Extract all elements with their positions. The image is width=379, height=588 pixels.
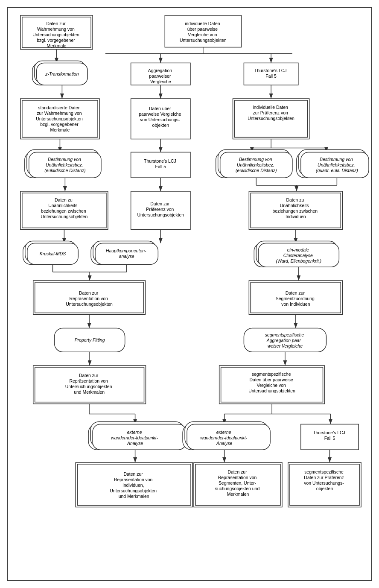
svg-text:individuelle Daten
        zur: individuelle Daten zur Präferenz von Unt…: [248, 105, 294, 121]
svg-text:Aggregation
        paarweiser: Aggregation paarweiser Vergleiche: [148, 68, 173, 84]
svg-text:Kruskal-MDS: Kruskal-MDS: [40, 252, 66, 256]
svg-text:z-Transformation: z-Transformation: [45, 72, 79, 76]
svg-text:Bestimmung von
        Unähnli: Bestimmung von Unähnlichkeitsbez. (quadr…: [316, 157, 358, 173]
svg-text:Bestimmung von
        Unähnli: Bestimmung von Unähnlichkeitsbez. (eukli…: [236, 157, 277, 173]
svg-text:Bestimmung von
        Unähnli: Bestimmung von Unähnlichkeitsbez. (eukli…: [44, 157, 85, 173]
svg-text:segmentspezifische
        Agg: segmentspezifische Aggregation paar- wei…: [265, 333, 306, 348]
page: Daten zur Wahrnehmung von Untersuchungso…: [0, 0, 379, 588]
flowchart-diagram: Daten zur Wahrnehmung von Untersuchungso…: [7, 7, 372, 581]
svg-text:Property Fitting: Property Fitting: [75, 338, 105, 342]
